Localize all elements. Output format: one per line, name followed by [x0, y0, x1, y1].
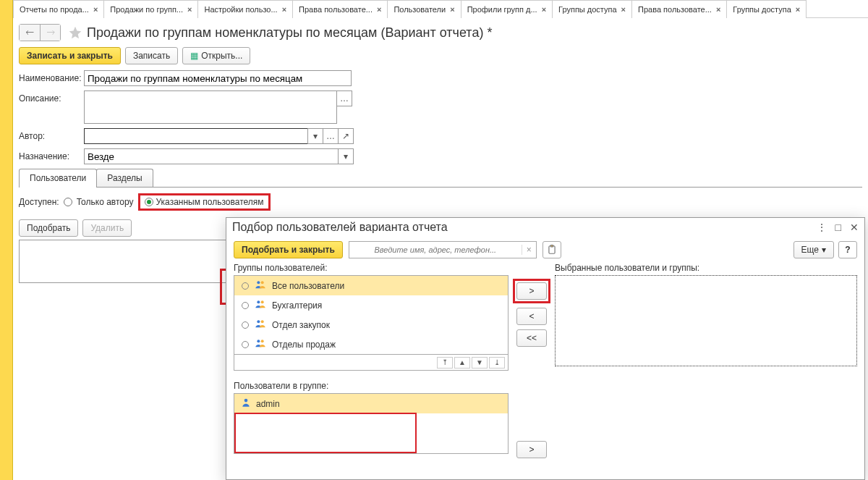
radio-icon: [242, 302, 249, 309]
move-all-left-button[interactable]: <<: [516, 329, 547, 347]
star-icon[interactable]: [68, 25, 82, 40]
delete-button[interactable]: Удалить: [82, 219, 132, 237]
maximize-icon[interactable]: □: [835, 222, 841, 233]
close-icon[interactable]: ×: [542, 5, 546, 14]
move-right-button-2[interactable]: >: [516, 441, 547, 458]
dropdown-button[interactable]: ▾: [307, 128, 323, 144]
chart-icon: ▦: [190, 51, 198, 61]
save-button[interactable]: Записать: [125, 47, 178, 64]
group-name: Отдел закупок: [272, 320, 330, 330]
group-row[interactable]: Отделы продаж: [234, 334, 508, 354]
author-input[interactable]: [84, 128, 308, 144]
svg-point-9: [261, 340, 264, 342]
app-tab[interactable]: Группы доступа×: [726, 0, 807, 18]
author-label: Автор:: [19, 128, 84, 141]
more-button[interactable]: Еще ▾: [793, 241, 834, 258]
open-button[interactable]: ▦ Открыть...: [182, 47, 250, 64]
move-left-button[interactable]: <: [516, 308, 547, 325]
move-bottom-button[interactable]: ⤓: [489, 357, 505, 369]
page-title: Продажи по группам номенклатуры по месяц…: [87, 25, 492, 41]
user-icon: [242, 397, 250, 410]
close-icon[interactable]: ×: [282, 5, 286, 14]
svg-point-7: [261, 320, 264, 323]
nav-buttons: 🡐 🡒: [19, 24, 61, 41]
app-tab[interactable]: Группы доступа×: [552, 0, 632, 18]
group-name: Все пользователи: [272, 281, 344, 291]
kebab-icon[interactable]: ⋮: [817, 222, 827, 233]
tab-sections[interactable]: Разделы: [96, 169, 153, 187]
move-right-button[interactable]: >: [516, 282, 547, 300]
close-icon[interactable]: ×: [93, 5, 98, 14]
ellipsis-button[interactable]: …: [336, 90, 352, 106]
group-icon: [255, 299, 266, 311]
app-tab[interactable]: Права пользовате...×: [292, 0, 388, 18]
radio-specified-users[interactable]: [145, 198, 153, 206]
app-tab[interactable]: Профили групп д...×: [461, 0, 553, 18]
users-in-group-list[interactable]: admin: [234, 393, 509, 454]
chevron-down-icon: ▾: [822, 245, 826, 255]
svg-point-3: [261, 281, 264, 284]
clear-icon[interactable]: ×: [522, 245, 536, 255]
svg-point-8: [257, 340, 260, 342]
close-icon[interactable]: ×: [796, 5, 800, 14]
close-icon[interactable]: ×: [450, 5, 454, 14]
availability-label: Доступен:: [19, 197, 59, 207]
close-icon[interactable]: ×: [716, 5, 720, 14]
purpose-label: Назначение:: [19, 148, 84, 161]
app-tab[interactable]: Права пользовате...×: [631, 0, 727, 18]
radio-only-author-label: Только автору: [77, 197, 134, 207]
app-tab[interactable]: Настройки пользо...×: [197, 0, 293, 18]
pick-and-close-button[interactable]: Подобрать и закрыть: [234, 241, 343, 258]
app-tab[interactable]: Отчеты по прода...×: [13, 0, 104, 18]
help-button[interactable]: ?: [838, 241, 857, 258]
svg-point-6: [257, 320, 260, 323]
app-tab[interactable]: Продажи по групп...×: [103, 0, 198, 18]
user-picker-dialog: Подбор пользователей варианта отчета ⋮ □…: [226, 217, 865, 480]
dialog-title: Подбор пользователей варианта отчета: [232, 221, 448, 234]
back-button[interactable]: 🡐: [20, 25, 40, 41]
svg-point-10: [244, 399, 248, 403]
description-label: Описание:: [19, 90, 84, 104]
dropdown-button[interactable]: ▾: [338, 148, 354, 164]
name-input[interactable]: [84, 70, 352, 86]
users-in-group-label: Пользователи в группе:: [234, 381, 509, 391]
selected-label: Выбранные пользователи и группы:: [555, 263, 857, 273]
purpose-input[interactable]: [84, 148, 339, 164]
group-icon: [255, 319, 266, 331]
description-input[interactable]: [84, 90, 337, 124]
svg-point-4: [257, 300, 260, 303]
close-icon[interactable]: ×: [621, 5, 626, 14]
svg-point-5: [261, 300, 264, 303]
groups-list[interactable]: Все пользователи Бухгалтерия Отдел закуп…: [234, 275, 509, 355]
group-row[interactable]: Бухгалтерия: [234, 295, 508, 315]
groups-label: Группы пользователей:: [234, 263, 509, 273]
group-row[interactable]: Все пользователи: [234, 276, 508, 295]
selected-list[interactable]: [555, 275, 857, 366]
radio-icon: [242, 282, 249, 290]
user-name: admin: [256, 399, 280, 409]
save-and-close-button[interactable]: Записать и закрыть: [19, 47, 121, 64]
radio-only-author[interactable]: [64, 198, 72, 206]
close-icon[interactable]: ×: [187, 5, 192, 14]
tab-users[interactable]: Пользователи: [19, 169, 97, 187]
app-tabbar: Отчеты по прода...× Продажи по групп...×…: [13, 0, 868, 18]
user-row[interactable]: admin: [234, 394, 508, 413]
close-icon[interactable]: ×: [377, 5, 381, 14]
close-icon[interactable]: ✕: [850, 222, 859, 233]
svg-rect-1: [550, 245, 553, 247]
radio-icon: [242, 321, 249, 329]
paste-button[interactable]: [542, 241, 561, 258]
forward-button[interactable]: 🡒: [40, 25, 60, 41]
move-up-button[interactable]: ▲: [454, 357, 470, 369]
ellipsis-button[interactable]: …: [323, 128, 339, 144]
group-icon: [255, 279, 266, 292]
group-name: Отделы продаж: [272, 340, 336, 350]
app-tab[interactable]: Пользователи×: [387, 0, 461, 18]
group-row[interactable]: Отдел закупок: [234, 315, 508, 334]
search-input[interactable]: [349, 245, 522, 255]
move-down-button[interactable]: ▼: [472, 357, 488, 369]
pick-button[interactable]: Подобрать: [19, 219, 78, 237]
open-ref-button[interactable]: ↗: [338, 128, 354, 144]
highlight-box: >: [513, 279, 550, 303]
move-top-button[interactable]: ⤒: [437, 357, 453, 369]
